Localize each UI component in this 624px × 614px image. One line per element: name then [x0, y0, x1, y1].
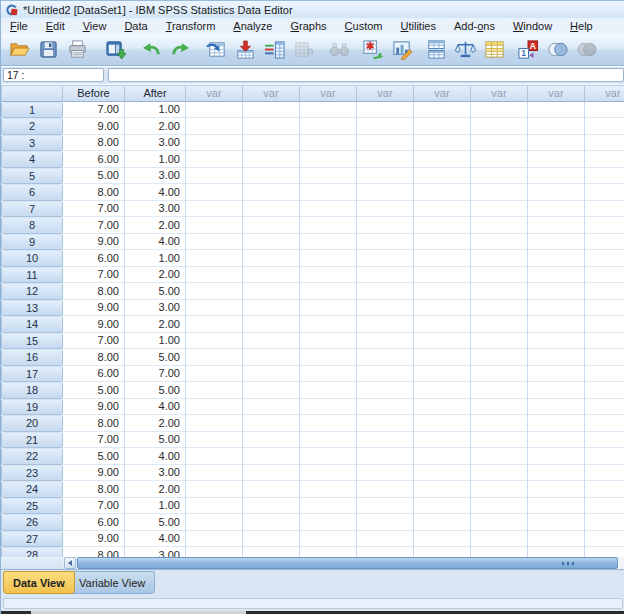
empty-cell[interactable] — [414, 135, 471, 152]
column-header-var[interactable]: var — [528, 85, 585, 102]
empty-cell[interactable] — [585, 118, 624, 135]
empty-cell[interactable] — [528, 102, 585, 119]
insert-variable-button[interactable] — [389, 36, 416, 63]
empty-cell[interactable] — [471, 151, 528, 168]
empty-cell[interactable] — [528, 481, 585, 498]
empty-cell[interactable] — [414, 201, 471, 218]
empty-cell[interactable] — [414, 184, 471, 201]
empty-cell[interactable] — [471, 465, 528, 482]
empty-cell[interactable] — [357, 366, 414, 383]
empty-cell[interactable] — [186, 382, 243, 399]
empty-cell[interactable] — [186, 217, 243, 234]
column-header-after[interactable]: After — [125, 85, 186, 102]
empty-cell[interactable] — [300, 300, 357, 317]
empty-cell[interactable] — [300, 316, 357, 333]
empty-cell[interactable] — [300, 333, 357, 350]
empty-cell[interactable] — [585, 531, 624, 548]
empty-cell[interactable] — [357, 498, 414, 515]
empty-cell[interactable] — [186, 465, 243, 482]
column-header-var[interactable]: var — [357, 85, 414, 102]
save-document-button[interactable] — [35, 36, 62, 63]
menu-custom[interactable]: Custom — [336, 19, 392, 34]
empty-cell[interactable] — [471, 531, 528, 548]
menu-data[interactable]: Data — [115, 19, 156, 34]
empty-cell[interactable] — [243, 300, 300, 317]
empty-cell[interactable] — [186, 498, 243, 515]
empty-cell[interactable] — [357, 349, 414, 366]
empty-cell[interactable] — [585, 234, 624, 251]
data-cell[interactable]: 1.00 — [125, 250, 186, 267]
row-number[interactable]: 25 — [1, 498, 63, 515]
row-number[interactable]: 20 — [1, 415, 63, 432]
empty-cell[interactable] — [357, 184, 414, 201]
data-cell[interactable]: 3.00 — [125, 168, 186, 185]
empty-cell[interactable] — [357, 201, 414, 218]
empty-cell[interactable] — [357, 267, 414, 284]
empty-cell[interactable] — [243, 382, 300, 399]
empty-cell[interactable] — [585, 481, 624, 498]
row-number[interactable]: 9 — [1, 234, 63, 251]
empty-cell[interactable] — [471, 168, 528, 185]
empty-cell[interactable] — [357, 399, 414, 416]
data-cell[interactable]: 2.00 — [125, 118, 186, 135]
variables-button[interactable] — [261, 36, 288, 63]
tab-data-view[interactable]: Data View — [3, 571, 75, 594]
empty-cell[interactable] — [414, 349, 471, 366]
empty-cell[interactable] — [528, 498, 585, 515]
empty-cell[interactable] — [471, 366, 528, 383]
data-cell[interactable]: 6.00 — [63, 366, 125, 383]
data-cell[interactable]: 4.00 — [125, 448, 186, 465]
empty-cell[interactable] — [414, 267, 471, 284]
empty-cell[interactable] — [357, 250, 414, 267]
goto-variable-button[interactable] — [232, 36, 259, 63]
empty-cell[interactable] — [585, 514, 624, 531]
empty-cell[interactable] — [243, 267, 300, 284]
empty-cell[interactable] — [528, 168, 585, 185]
empty-cell[interactable] — [357, 118, 414, 135]
empty-cell[interactable] — [357, 415, 414, 432]
menu-addons[interactable]: Add-ons — [445, 19, 504, 34]
data-cell[interactable]: 2.00 — [125, 217, 186, 234]
menu-view[interactable]: View — [74, 19, 116, 34]
empty-cell[interactable] — [186, 267, 243, 284]
empty-cell[interactable] — [414, 333, 471, 350]
empty-cell[interactable] — [357, 465, 414, 482]
empty-cell[interactable] — [243, 366, 300, 383]
menu-file[interactable]: File — [1, 19, 37, 34]
empty-cell[interactable] — [243, 349, 300, 366]
menu-window[interactable]: Window — [504, 19, 561, 34]
empty-cell[interactable] — [528, 283, 585, 300]
row-number[interactable]: 22 — [1, 448, 63, 465]
data-cell[interactable]: 9.00 — [63, 118, 125, 135]
data-cell[interactable]: 6.00 — [63, 514, 125, 531]
empty-cell[interactable] — [528, 547, 585, 557]
empty-cell[interactable] — [357, 283, 414, 300]
empty-cell[interactable] — [528, 531, 585, 548]
empty-cell[interactable] — [471, 498, 528, 515]
empty-cell[interactable] — [414, 514, 471, 531]
empty-cell[interactable] — [414, 102, 471, 119]
data-cell[interactable]: 3.00 — [125, 300, 186, 317]
data-cell[interactable]: 9.00 — [63, 316, 125, 333]
recall-recently-used-dialogs-button[interactable] — [102, 36, 129, 63]
empty-cell[interactable] — [414, 168, 471, 185]
empty-cell[interactable] — [585, 135, 624, 152]
empty-cell[interactable] — [414, 234, 471, 251]
empty-cell[interactable] — [528, 333, 585, 350]
row-number[interactable]: 1 — [1, 102, 63, 119]
menu-analyze[interactable]: Analyze — [224, 19, 281, 34]
empty-cell[interactable] — [414, 415, 471, 432]
row-number[interactable]: 10 — [1, 250, 63, 267]
empty-cell[interactable] — [186, 415, 243, 432]
empty-cell[interactable] — [585, 382, 624, 399]
empty-cell[interactable] — [357, 514, 414, 531]
empty-cell[interactable] — [186, 531, 243, 548]
split-file-button[interactable] — [423, 36, 450, 63]
empty-cell[interactable] — [528, 151, 585, 168]
empty-cell[interactable] — [357, 135, 414, 152]
empty-cell[interactable] — [471, 547, 528, 557]
data-cell[interactable]: 7.00 — [63, 217, 125, 234]
empty-cell[interactable] — [471, 250, 528, 267]
empty-cell[interactable] — [357, 168, 414, 185]
column-header-var[interactable]: var — [300, 85, 357, 102]
